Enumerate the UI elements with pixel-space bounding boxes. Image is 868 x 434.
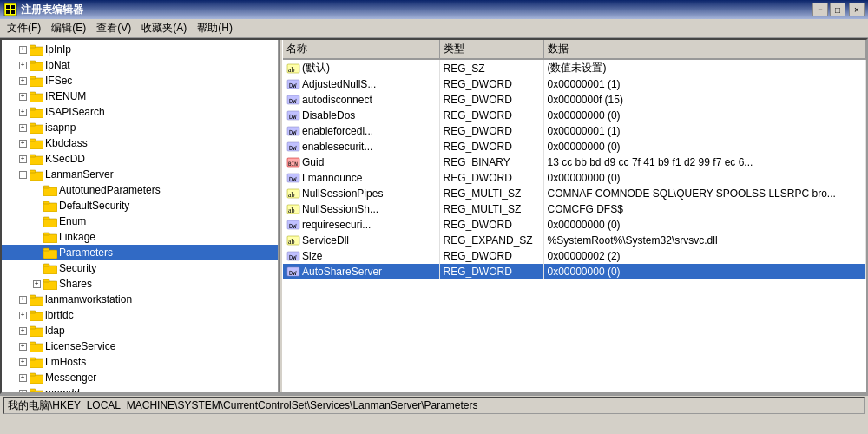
- tree-item-Messenger[interactable]: + Messenger: [2, 370, 278, 385]
- table-row[interactable]: DW DisableDosREG_DWORD0x00000000 (0): [283, 108, 866, 123]
- tree-item-Parameters[interactable]: Parameters: [2, 245, 278, 260]
- folder-icon-Parameters: [43, 247, 59, 260]
- tree-item-LmHosts[interactable]: + LmHosts: [2, 354, 278, 370]
- tree-item-KSecDD[interactable]: + KSecDD: [2, 151, 278, 167]
- folder-icon-mnmdd: [30, 387, 45, 392]
- values-table: 名称 类型 数据 ab (默认)REG_SZ(数值未设置) DW Adjuste…: [283, 40, 866, 279]
- tree-expander-AutotunedParameters[interactable]: [30, 183, 43, 197]
- table-row[interactable]: DW AdjustedNullS...REG_DWORD0x00000001 (…: [283, 76, 866, 92]
- tree-expander-Parameters[interactable]: [30, 246, 43, 260]
- tree-item-lanmanworkstation[interactable]: + lanmanworkstation: [2, 292, 278, 307]
- table-row[interactable]: ab (默认)REG_SZ(数值未设置): [283, 59, 866, 76]
- menu-item-编辑(E)[interactable]: 编辑(E): [46, 19, 91, 37]
- cell-data: 0x00000002 (2): [543, 248, 866, 264]
- values-pane[interactable]: 名称 类型 数据 ab (默认)REG_SZ(数值未设置) DW Adjuste…: [283, 40, 866, 392]
- folder-icon-Kbdclass: [30, 137, 45, 150]
- tree-pane[interactable]: + IpInIp+ IpNat+ IFSec+ IRENUM+ ISAPISea…: [2, 40, 279, 392]
- tree-label-IpInIp: IpInIp: [45, 43, 71, 56]
- table-row[interactable]: DW enableforcedl...REG_DWORD0x00000001 (…: [283, 123, 866, 139]
- svg-rect-16: [30, 123, 36, 126]
- title-bar-left: 注册表编辑器: [3, 3, 83, 17]
- tree-expander-IFSec[interactable]: +: [16, 74, 30, 88]
- tree-expander-LanmanServer[interactable]: −: [16, 168, 30, 181]
- table-row[interactable]: DW requiresecuri...REG_DWORD0x00000000 (…: [283, 217, 866, 233]
- table-row[interactable]: ab ServiceDllREG_EXPAND_SZ%SystemRoot%\S…: [283, 233, 866, 248]
- maximize-button[interactable]: □: [830, 3, 845, 16]
- table-row[interactable]: DW SizeREG_DWORD0x00000002 (2): [283, 248, 866, 264]
- tree-item-DefaultSecurity[interactable]: DefaultSecurity: [2, 198, 278, 214]
- cell-data: 0x00000000 (0): [543, 217, 866, 233]
- table-row[interactable]: BIN GuidREG_BINARY13 cc bb bd d9 cc 7f 4…: [283, 155, 866, 170]
- tree-expander-mnmdd[interactable]: +: [16, 386, 30, 392]
- tree-item-ldap[interactable]: + ldap: [2, 323, 278, 339]
- tree-item-Linkage[interactable]: Linkage: [2, 229, 278, 245]
- tree-item-Shares[interactable]: + Shares: [2, 276, 278, 292]
- svg-rect-36: [43, 279, 49, 282]
- tree-expander-Linkage[interactable]: [30, 230, 43, 244]
- menu-item-查看(V)[interactable]: 查看(V): [91, 19, 136, 37]
- svg-rect-24: [43, 186, 49, 188]
- svg-rect-19: [30, 156, 43, 165]
- close-button[interactable]: ×: [849, 3, 865, 16]
- tree-scroll-container: + IpInIp+ IpNat+ IFSec+ IRENUM+ ISAPISea…: [2, 40, 278, 392]
- cell-name: ab (默认): [283, 59, 439, 76]
- tree-item-Security[interactable]: Security: [2, 260, 278, 276]
- table-row[interactable]: DW LmannounceREG_DWORD0x00000000 (0): [283, 170, 866, 186]
- tree-expander-IRENUM[interactable]: +: [16, 89, 30, 103]
- tree-item-mnmdd[interactable]: + mnmdd: [2, 385, 278, 392]
- tree-expander-lanmanworkstation[interactable]: +: [16, 293, 30, 306]
- tree-expander-Kbdclass[interactable]: +: [16, 136, 30, 150]
- cell-type: REG_MULTI_SZ: [439, 186, 543, 201]
- cell-name: DW enableforcedl...: [283, 123, 439, 139]
- minimize-button[interactable]: －: [812, 3, 828, 16]
- table-row[interactable]: ab NullSessionPipesREG_MULTI_SZCOMNAF CO…: [283, 186, 866, 201]
- tree-expander-IpNat[interactable]: +: [16, 58, 30, 72]
- tree-item-AutotunedParameters[interactable]: AutotunedParameters: [2, 182, 278, 198]
- table-row[interactable]: DW enablesecurit...REG_DWORD0x00000000 (…: [283, 139, 866, 155]
- tree-expander-Enum[interactable]: [30, 214, 43, 228]
- tree-expander-LmHosts[interactable]: +: [16, 355, 30, 369]
- tree-item-ISAPISearch[interactable]: + ISAPISearch: [2, 104, 278, 120]
- cell-name: DW Lmannounce: [283, 170, 439, 186]
- svg-rect-25: [43, 203, 57, 212]
- tree-item-Enum[interactable]: Enum: [2, 214, 278, 229]
- svg-rect-6: [30, 45, 36, 48]
- tree-expander-DefaultSecurity[interactable]: [30, 199, 43, 213]
- tree-expander-Security[interactable]: [30, 261, 43, 275]
- svg-rect-39: [30, 312, 43, 321]
- tree-expander-ISAPISearch[interactable]: +: [16, 105, 30, 119]
- tree-item-LanmanServer[interactable]: − LanmanServer: [2, 167, 278, 182]
- tree-item-isapnp[interactable]: + isapnp: [2, 120, 278, 135]
- tree-expander-lbrtfdc[interactable]: +: [16, 308, 30, 322]
- tree-expander-Messenger[interactable]: +: [16, 371, 30, 385]
- tree-item-IpNat[interactable]: + IpNat: [2, 57, 278, 73]
- cell-name: ab NullSessionSh...: [283, 201, 439, 217]
- tree-item-Kbdclass[interactable]: + Kbdclass: [2, 135, 278, 151]
- tree-expander-LicenseService[interactable]: +: [16, 339, 30, 353]
- tree-expander-ldap[interactable]: +: [16, 324, 30, 338]
- tree-expander-KSecDD[interactable]: +: [16, 152, 30, 166]
- table-row[interactable]: DW autodisconnectREG_DWORD0x0000000f (15…: [283, 92, 866, 108]
- cell-name: DW requiresecuri...: [283, 217, 439, 233]
- table-row[interactable]: ab NullSessionSh...REG_MULTI_SZCOMCFG DF…: [283, 201, 866, 217]
- cell-data: COMCFG DFS$: [543, 201, 866, 217]
- folder-icon-DefaultSecurity: [43, 200, 59, 213]
- svg-text:DW: DW: [289, 223, 297, 230]
- folder-icon-LicenseService: [30, 340, 45, 353]
- tree-item-LicenseService[interactable]: + LicenseService: [2, 339, 278, 354]
- svg-rect-12: [30, 92, 36, 95]
- tree-item-IRENUM[interactable]: + IRENUM: [2, 89, 278, 104]
- tree-item-IpInIp[interactable]: + IpInIp: [2, 42, 278, 57]
- tree-item-IFSec[interactable]: + IFSec: [2, 73, 278, 89]
- table-row[interactable]: DW AutoShareServerREG_DWORD0x00000000 (0…: [283, 264, 866, 279]
- tree-expander-IpInIp[interactable]: +: [16, 43, 30, 56]
- menu-item-帮助(H)[interactable]: 帮助(H): [192, 19, 238, 37]
- menu-item-收藏夹(A)[interactable]: 收藏夹(A): [136, 19, 192, 37]
- tree-label-Kbdclass: Kbdclass: [45, 137, 88, 149]
- tree-expander-isapnp[interactable]: +: [16, 121, 30, 135]
- svg-rect-48: [30, 373, 36, 376]
- menu-item-文件(F)[interactable]: 文件(F): [2, 19, 46, 37]
- cell-type: REG_SZ: [439, 59, 543, 76]
- tree-expander-Shares[interactable]: +: [30, 277, 43, 291]
- tree-item-lbrtfdc[interactable]: + lbrtfdc: [2, 307, 278, 323]
